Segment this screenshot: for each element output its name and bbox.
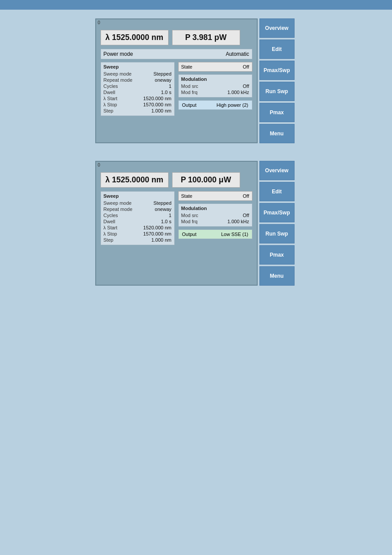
power-display-1: P 3.981 pW [172, 30, 240, 45]
state-box-1: State Off [178, 62, 252, 72]
two-col-1: Sweep Sweep mode Stepped Repeat mode one… [101, 62, 252, 119]
state-label-1: State [181, 64, 193, 69]
output-label-1: Output [182, 102, 197, 108]
pmaxswp-btn-2[interactable]: Pmax/Swp [259, 203, 295, 222]
state-box-2: State Off [178, 191, 252, 201]
power-display-2: P 100.000 μW [172, 172, 240, 188]
menu-btn-2[interactable]: Menu [259, 266, 295, 286]
sweep-box-2: Sweep Sweep mode Stepped Repeat mode one… [101, 191, 175, 245]
sweep2-row-2: Cycles 1 [104, 212, 172, 218]
menu-btn-1[interactable]: Menu [259, 124, 295, 143]
runswp-btn-1[interactable]: Run Swp [259, 82, 295, 101]
modulation-title-2: Modulation [181, 206, 249, 211]
state-value-1: Off [243, 64, 249, 69]
output-label-2: Output [182, 232, 197, 237]
right-col-1: State Off Modulation Mod src Off Mod frq… [178, 62, 252, 119]
pmaxswp-btn-1[interactable]: Pmax/Swp [259, 61, 295, 80]
left-col-2: Sweep Sweep mode Stepped Repeat mode one… [101, 191, 175, 248]
left-col-1: Sweep Sweep mode Stepped Repeat mode one… [101, 62, 175, 119]
main-display-1: 0 λ 1525.0000 nm P 3.981 pW Power mode A… [95, 18, 258, 143]
state-value-2: Off [243, 193, 249, 199]
sweep2-row-3: Dwell 1.0 s [104, 218, 172, 225]
sweep2-row-4: λ Start 1520.000 nm [104, 225, 172, 231]
wavelength-display-1: λ 1525.0000 nm [101, 30, 169, 45]
power-mode-value-1: Automatic [226, 51, 249, 57]
instrument-panel-2: 0 λ 1525.0000 nm P 100.000 μW Sweep Swee… [95, 161, 297, 286]
sweep-box-1: Sweep Sweep mode Stepped Repeat mode one… [101, 62, 175, 116]
modulation-box-1: Modulation Mod src Off Mod frq 1.000 kHz [178, 74, 252, 98]
modulation-title-1: Modulation [181, 76, 249, 82]
output-value-2: Low SSE (1) [221, 232, 248, 237]
pmax-btn-2[interactable]: Pmax [259, 245, 295, 265]
output-box-1: Output High power (2) [178, 100, 252, 110]
sidebar-1: Overview Edit Pmax/Swp Run Swp Pmax Menu [259, 18, 295, 143]
main-display-2: 0 λ 1525.0000 nm P 100.000 μW Sweep Swee… [95, 161, 258, 286]
right-col-2: State Off Modulation Mod src Off Mod frq… [178, 191, 252, 248]
sweep2-row-5: λ Stop 1570.000 nm [104, 231, 172, 237]
sweep-title-1: Sweep [104, 64, 172, 69]
pmax-btn-1[interactable]: Pmax [259, 103, 295, 122]
sweep-title-2: Sweep [104, 193, 172, 199]
top-readings-1: λ 1525.0000 nm P 3.981 pW [101, 30, 252, 45]
output-box-2: Output Low SSE (1) [178, 229, 252, 239]
edit-btn-2[interactable]: Edit [259, 182, 295, 201]
output-value-1: High power (2) [216, 102, 248, 108]
sidebar-2: Overview Edit Pmax/Swp Run Swp Pmax Menu [259, 161, 295, 286]
mod2-row-0: Mod src Off [181, 212, 249, 218]
instrument-panel-1: 0 λ 1525.0000 nm P 3.981 pW Power mode A… [95, 18, 297, 143]
mod-row-1: Mod frq 1.000 kHz [181, 89, 249, 95]
sweep2-row-0: Sweep mode Stepped [104, 200, 172, 206]
sweep2-row-1: Repeat mode oneway [104, 206, 172, 212]
wavelength-display-2: λ 1525.0000 nm [101, 172, 169, 188]
sweep2-row-6: Step 1.000 nm [104, 237, 172, 243]
sweep-row-4: λ Start 1520.000 nm [104, 95, 172, 102]
mod-row-0: Mod src Off [181, 83, 249, 89]
panel-id-1: 0 [98, 20, 101, 25]
power-mode-label-1: Power mode [104, 51, 133, 57]
panel-id-2: 0 [98, 163, 101, 167]
mod2-row-1: Mod frq 1.000 kHz [181, 218, 249, 225]
sweep-row-5: λ Stop 1570.000 nm [104, 102, 172, 108]
two-col-2: Sweep Sweep mode Stepped Repeat mode one… [101, 191, 252, 248]
modulation-box-2: Modulation Mod src Off Mod frq 1.000 kHz [178, 203, 252, 227]
overview-btn-1[interactable]: Overview [259, 18, 295, 38]
power-mode-box-1: Power mode Automatic [101, 49, 252, 59]
state-label-2: State [181, 193, 193, 199]
sweep-row-1: Repeat mode oneway [104, 77, 172, 83]
sweep-row-0: Sweep mode Stepped [104, 71, 172, 77]
sweep-row-2: Cycles 1 [104, 83, 172, 89]
edit-btn-1[interactable]: Edit [259, 40, 295, 59]
sweep-row-6: Step 1.000 nm [104, 108, 172, 114]
sweep-row-3: Dwell 1.0 s [104, 89, 172, 95]
runswp-btn-2[interactable]: Run Swp [259, 224, 295, 243]
top-readings-2: λ 1525.0000 nm P 100.000 μW [101, 172, 252, 188]
overview-btn-2[interactable]: Overview [259, 161, 295, 180]
page-content: 0 λ 1525.0000 nm P 3.981 pW Power mode A… [0, 14, 392, 290]
top-bar [0, 0, 392, 10]
